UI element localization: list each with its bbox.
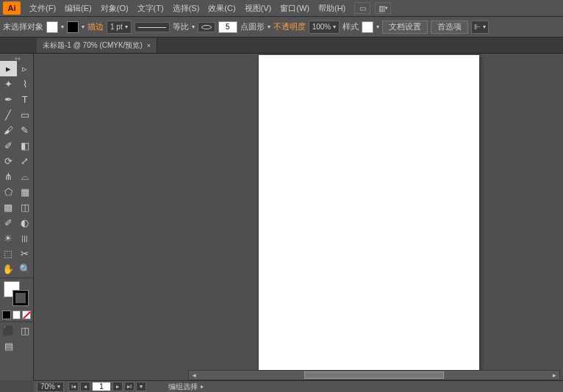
- scale-tool[interactable]: ⤢: [17, 153, 34, 169]
- next-artboard-icon[interactable]: ▸: [112, 382, 123, 391]
- symbol-sprayer-tool[interactable]: ☀: [0, 231, 17, 246]
- document-setup-button[interactable]: 文档设置: [382, 21, 428, 34]
- prev-artboard-icon[interactable]: ◂: [80, 382, 90, 391]
- artboard[interactable]: [259, 55, 479, 371]
- fill-stroke-control[interactable]: [2, 280, 31, 308]
- menu-text[interactable]: 文字(T): [133, 0, 168, 16]
- artboard-navigator: I◂ ◂ ▸ ▸I ▾: [68, 382, 146, 391]
- slice-tool[interactable]: ✂: [17, 246, 34, 261]
- draw-normal-icon[interactable]: ⬛: [0, 323, 17, 338]
- last-artboard-icon[interactable]: ▸I: [124, 382, 135, 391]
- pen-tool[interactable]: ✒: [0, 92, 17, 107]
- status-bar: 70%▾ I◂ ◂ ▸ ▸I ▾ 编组选择 ▸: [34, 380, 563, 392]
- hand-tool[interactable]: ✋: [0, 261, 17, 277]
- eyedropper-tool[interactable]: ✐: [0, 215, 17, 231]
- app-logo-icon: Ai: [3, 1, 21, 15]
- perspective-grid-tool[interactable]: ▦: [17, 184, 34, 200]
- menu-object[interactable]: 对象(O): [96, 0, 133, 16]
- scroll-left-icon[interactable]: ◂: [189, 371, 199, 379]
- stroke-dropdown-icon[interactable]: ▾: [82, 23, 85, 30]
- stroke-weight-dropdown[interactable]: 1 pt▾: [107, 21, 132, 34]
- close-icon[interactable]: ×: [147, 42, 151, 49]
- color-mode-icon[interactable]: [2, 311, 11, 319]
- status-hint-arrow-icon[interactable]: ▸: [201, 383, 204, 390]
- blob-brush-tool[interactable]: ✐: [0, 138, 17, 153]
- mesh-tool[interactable]: ▩: [0, 200, 17, 215]
- stroke-profile-preview[interactable]: [135, 22, 170, 32]
- zoom-tool[interactable]: 🔍: [17, 261, 34, 277]
- gradient-tool[interactable]: ◫: [17, 200, 34, 215]
- menubar: Ai 文件(F) 编辑(E) 对象(O) 文字(T) 选择(S) 效果(C) 视…: [0, 0, 563, 17]
- style-label: 样式: [343, 21, 359, 32]
- eraser-tool[interactable]: ◧: [17, 138, 34, 153]
- control-bar: 未选择对象 ▾ ▾ 描边 1 pt▾ 等比 ▾ 点圆形 ▾ 不透明度 100%▾…: [0, 17, 563, 37]
- menu-help[interactable]: 帮助(H): [314, 0, 350, 16]
- shape-builder-tool[interactable]: ⬠: [0, 184, 17, 200]
- menu-effect[interactable]: 效果(C): [204, 0, 240, 16]
- stroke-swatch[interactable]: [67, 21, 79, 33]
- artboard-tool[interactable]: ⬚: [0, 246, 17, 261]
- menu-view[interactable]: 视图(V): [240, 0, 276, 16]
- zoom-level-dropdown[interactable]: 70%▾: [37, 382, 64, 392]
- menu-select[interactable]: 选择(S): [168, 0, 204, 16]
- fill-dropdown-icon[interactable]: ▾: [61, 23, 64, 30]
- line-tool[interactable]: ╱: [0, 107, 17, 123]
- scroll-thumb[interactable]: [304, 371, 444, 379]
- pencil-tool[interactable]: ✎: [17, 123, 34, 138]
- column-graph-tool[interactable]: ⫼: [17, 231, 34, 246]
- opacity-dropdown[interactable]: 100%▾: [309, 21, 340, 34]
- style-swatch[interactable]: [362, 21, 373, 33]
- selection-status: 未选择对象: [3, 21, 43, 32]
- warp-tool[interactable]: ⌓: [17, 169, 34, 184]
- style-dropdown-icon[interactable]: ▾: [376, 23, 379, 30]
- profile-dropdown-icon[interactable]: ▾: [268, 23, 270, 30]
- direct-selection-tool[interactable]: ▹: [17, 61, 34, 76]
- workspace: ◂◂ ▸▹ ✦⌇ ✒T ╱▭ 🖌✎ ✐◧ ⟳⤢ ⋔⌓ ⬠▦ ▩◫ ✐◐ ☀⫼ ⬚…: [0, 54, 563, 380]
- width-tool[interactable]: ⋔: [0, 169, 17, 184]
- document-tabs: 未标题-1 @ 70% (CMYK/预览) ×: [0, 37, 563, 54]
- horizontal-scrollbar[interactable]: ◂ ▸: [188, 370, 560, 380]
- type-tool[interactable]: T: [17, 92, 34, 107]
- uniform-dropdown-icon[interactable]: ▾: [192, 23, 195, 30]
- lasso-tool[interactable]: ⌇: [17, 76, 34, 92]
- layout-icon[interactable]: ▭: [354, 2, 370, 14]
- opacity-label[interactable]: 不透明度: [273, 21, 306, 32]
- gradient-mode-icon[interactable]: [12, 311, 21, 319]
- profile-name: 点圆形: [240, 21, 265, 32]
- uniform-label: 等比: [173, 21, 189, 32]
- scroll-right-icon[interactable]: ▸: [549, 371, 559, 379]
- brush-profile-icon[interactable]: [198, 22, 215, 32]
- preferences-button[interactable]: 首选项: [431, 21, 468, 34]
- blend-tool[interactable]: ◐: [17, 215, 34, 231]
- artboard-nav-dropdown-icon[interactable]: ▾: [136, 382, 146, 391]
- fill-swatch[interactable]: [46, 21, 58, 33]
- first-artboard-icon[interactable]: I◂: [68, 382, 79, 391]
- document-tab[interactable]: 未标题-1 @ 70% (CMYK/预览) ×: [37, 38, 157, 53]
- rectangle-tool[interactable]: ▭: [17, 107, 34, 123]
- menu-file[interactable]: 文件(F): [25, 0, 60, 16]
- toolbox: ◂◂ ▸▹ ✦⌇ ✒T ╱▭ 🖌✎ ✐◧ ⟳⤢ ⋔⌓ ⬠▦ ▩◫ ✐◐ ☀⫼ ⬚…: [0, 54, 34, 380]
- artboard-number-input[interactable]: [92, 382, 111, 391]
- paintbrush-tool[interactable]: 🖌: [0, 123, 17, 138]
- toolbox-grip-icon[interactable]: ◂◂: [0, 55, 33, 61]
- menu-window[interactable]: 窗口(W): [276, 0, 314, 16]
- magic-wand-tool[interactable]: ✦: [0, 76, 17, 92]
- stroke-label[interactable]: 描边: [87, 21, 104, 32]
- tab-title: 未标题-1 @ 70% (CMYK/预览): [43, 40, 143, 51]
- menu-edit[interactable]: 编辑(E): [60, 0, 96, 16]
- stroke-color-icon[interactable]: [12, 290, 29, 306]
- rotate-tool[interactable]: ⟳: [0, 153, 17, 169]
- profile-size-input[interactable]: [218, 21, 237, 33]
- status-hint: 编组选择: [168, 382, 198, 392]
- scroll-track[interactable]: [199, 371, 549, 379]
- none-mode-icon[interactable]: [22, 311, 31, 319]
- arrange-icon[interactable]: ▥▾: [375, 2, 391, 14]
- canvas-area[interactable]: ◂ ▸: [34, 54, 563, 380]
- draw-behind-icon[interactable]: ◫: [17, 323, 34, 338]
- align-dropdown[interactable]: ⊩▾: [471, 21, 489, 34]
- selection-tool[interactable]: ▸: [0, 61, 17, 76]
- screen-mode-icon[interactable]: ▤: [0, 338, 17, 354]
